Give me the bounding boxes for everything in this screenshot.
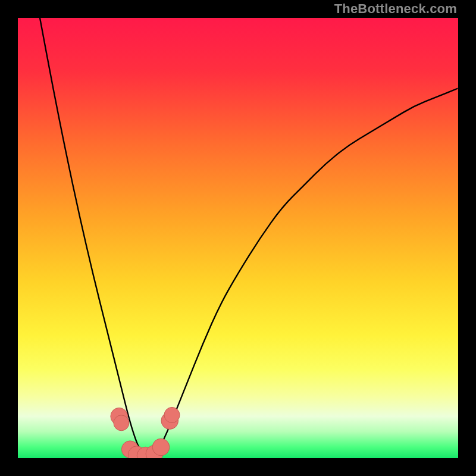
curve-layer [18,18,458,458]
curve-markers [111,407,180,458]
marker-dot [164,407,180,422]
outer-frame: TheBottleneck.com [0,0,476,476]
watermark-text: TheBottleneck.com [334,1,457,17]
marker-dot [152,439,170,456]
plot-area [18,18,458,458]
marker-dot [114,415,129,431]
bottleneck-curve [40,18,458,458]
